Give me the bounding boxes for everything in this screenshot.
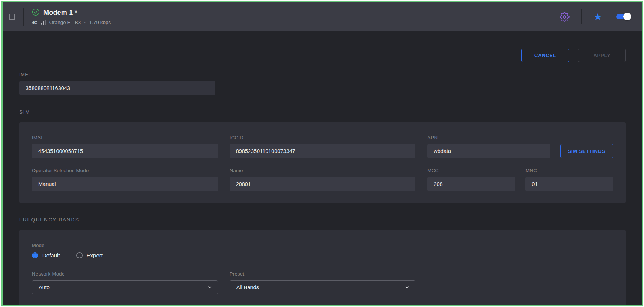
mode-radio-expert[interactable]: Expert bbox=[76, 252, 103, 258]
apn-label: APN bbox=[427, 134, 550, 141]
imei-label: IMEI bbox=[19, 71, 215, 78]
operator-selection-mode-label: Operator Selection Mode bbox=[32, 167, 218, 174]
header-actions: ★ bbox=[558, 9, 631, 24]
imei-input[interactable] bbox=[19, 81, 215, 95]
frequency-bands-section-label: FREQUENCY BANDS bbox=[19, 216, 626, 223]
frequency-bands-card: Mode Default Expert Network Mode Auto bbox=[19, 230, 626, 306]
cancel-button[interactable]: CANCEL bbox=[521, 49, 569, 62]
name-field: Name bbox=[230, 167, 416, 191]
mode-label: Mode bbox=[32, 242, 613, 249]
select-modem-checkbox[interactable] bbox=[9, 14, 15, 20]
mode-radio-group: Default Expert bbox=[32, 252, 613, 258]
form-actions: CANCEL APPLY bbox=[19, 49, 626, 62]
mode-radio-default[interactable]: Default bbox=[32, 252, 60, 258]
modem-settings-window: Modem 1 * 4G Orange F - B3 · 1.79 kbps ★ bbox=[1, 1, 643, 306]
apply-button: APPLY bbox=[578, 49, 626, 62]
sim-section-label: SIM bbox=[19, 109, 626, 116]
network-mode-select[interactable]: Auto bbox=[32, 280, 218, 294]
mcc-label: MCC bbox=[427, 167, 515, 174]
apn-input[interactable] bbox=[427, 144, 550, 158]
modem-enable-toggle[interactable] bbox=[616, 13, 631, 21]
chevron-down-icon bbox=[405, 285, 410, 290]
chevron-down-icon bbox=[207, 285, 212, 290]
imsi-input[interactable] bbox=[32, 144, 218, 158]
star-icon: ★ bbox=[594, 12, 602, 21]
mcc-field: MCC bbox=[427, 167, 515, 191]
preset-select[interactable]: All Bands bbox=[230, 280, 416, 294]
status-ok-icon bbox=[32, 8, 40, 17]
sim-card: IMSI ICCID APN SIM SETTINGS Oper bbox=[19, 122, 626, 203]
preset-field: Preset All Bands bbox=[230, 270, 416, 294]
imei-field: IMEI bbox=[19, 71, 215, 95]
operator-selection-mode-field: Operator Selection Mode bbox=[32, 167, 218, 191]
apn-field: APN bbox=[427, 134, 550, 158]
name-label: Name bbox=[230, 167, 416, 174]
favorite-star-button[interactable]: ★ bbox=[592, 10, 604, 23]
modem-status-block: Modem 1 * 4G Orange F - B3 · 1.79 kbps bbox=[32, 8, 111, 25]
mnc-input[interactable] bbox=[525, 177, 613, 191]
operator-label: Orange F - B3 bbox=[49, 20, 81, 25]
iccid-label: ICCID bbox=[230, 134, 416, 141]
preset-label: Preset bbox=[230, 270, 416, 277]
imsi-field: IMSI bbox=[32, 134, 218, 158]
radio-selected-icon bbox=[32, 252, 38, 258]
operator-selection-mode-input[interactable] bbox=[32, 177, 218, 191]
radio-unselected-icon bbox=[76, 252, 83, 258]
name-input[interactable] bbox=[230, 177, 416, 191]
modem-header: Modem 1 * 4G Orange F - B3 · 1.79 kbps ★ bbox=[3, 2, 642, 31]
gear-icon bbox=[560, 12, 570, 22]
iccid-input[interactable] bbox=[230, 144, 416, 158]
separator-dot: · bbox=[84, 20, 86, 25]
network-mode-field: Network Mode Auto bbox=[32, 270, 218, 294]
iccid-field: ICCID bbox=[230, 134, 416, 158]
mnc-label: MNC bbox=[525, 167, 613, 174]
settings-gear-button[interactable] bbox=[558, 10, 571, 23]
network-type-label: 4G bbox=[32, 20, 38, 25]
modem-title: Modem 1 * bbox=[43, 9, 77, 17]
imsi-label: IMSI bbox=[32, 134, 218, 141]
header-divider bbox=[581, 9, 582, 24]
mnc-field: MNC bbox=[525, 167, 613, 191]
sim-settings-button[interactable]: SIM SETTINGS bbox=[560, 144, 613, 158]
mcc-input[interactable] bbox=[427, 177, 515, 191]
header-divider bbox=[23, 8, 24, 26]
signal-bars-icon bbox=[41, 20, 46, 25]
network-mode-label: Network Mode bbox=[32, 270, 218, 277]
throughput-label: 1.79 kbps bbox=[89, 20, 111, 25]
